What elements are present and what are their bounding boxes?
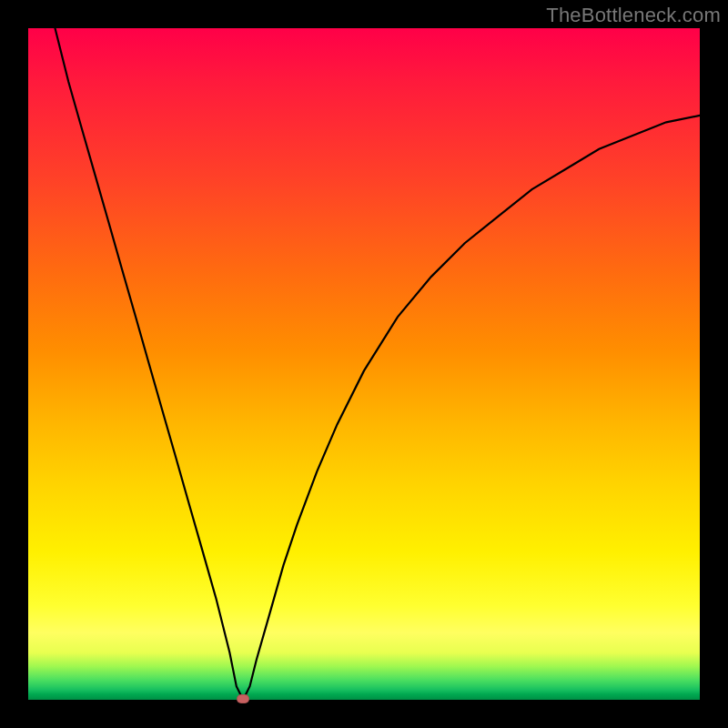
curve-svg [28, 28, 700, 700]
bottleneck-curve [56, 28, 701, 700]
plot-area [28, 28, 700, 700]
watermark-text: TheBottleneck.com [546, 4, 721, 27]
chart-frame: TheBottleneck.com [0, 0, 728, 728]
bottleneck-minimum-marker [237, 694, 249, 703]
